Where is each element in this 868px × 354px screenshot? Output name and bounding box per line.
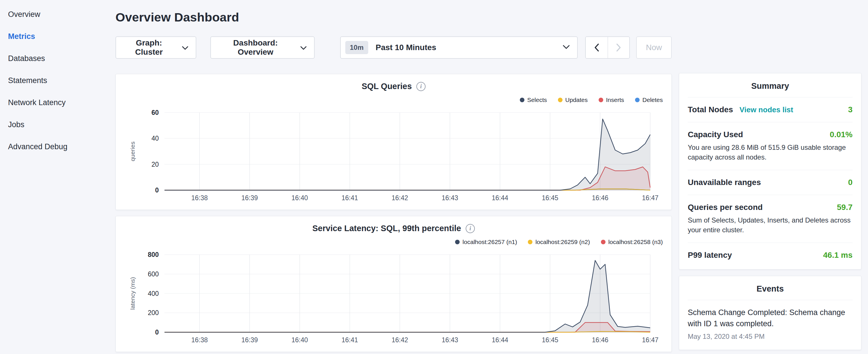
legend-item[interactable]: localhost:26258 (n3) (601, 238, 663, 246)
chart-legend: localhost:26257 (n1)localhost:26259 (n2)… (124, 237, 663, 247)
legend-item[interactable]: Selects (520, 97, 547, 103)
summary-row-total-nodes: Total Nodes View nodes list 3 (688, 97, 852, 122)
sql-queries-chart: 16:3816:3916:4016:4116:4216:4316:4416:45… (124, 106, 663, 204)
svg-text:0: 0 (155, 328, 159, 336)
chart-title: SQL Queries i (362, 82, 426, 91)
svg-text:0: 0 (155, 187, 159, 194)
summary-label: Total Nodes (688, 105, 733, 114)
svg-text:16:44: 16:44 (492, 336, 508, 344)
legend-label: localhost:26259 (n2) (535, 238, 590, 246)
events-panel: Events Schema Change Completed: Schema c… (679, 276, 861, 350)
time-next-button[interactable] (608, 37, 629, 58)
sidebar-item-network-latency[interactable]: Network Latency (0, 92, 114, 114)
svg-text:400: 400 (148, 290, 159, 297)
event-item[interactable]: Schema Change Completed: Schema change w… (688, 300, 852, 348)
time-range-badge: 10m (345, 41, 368, 54)
svg-text:20: 20 (151, 161, 159, 168)
svg-text:60: 60 (151, 109, 159, 116)
chevron-down-icon (182, 43, 188, 52)
event-message: Schema Change Completed: Schema change w… (688, 307, 852, 329)
legend-item[interactable]: localhost:26257 (n1) (455, 238, 517, 246)
svg-text:16:41: 16:41 (342, 336, 358, 344)
sidebar-item-databases[interactable]: Databases (0, 47, 114, 70)
chevron-down-icon (563, 45, 570, 50)
svg-text:800: 800 (148, 251, 159, 258)
page-title: Overview Dashboard (116, 10, 672, 24)
svg-text:queries: queries (129, 141, 136, 161)
svg-text:16:39: 16:39 (241, 194, 258, 202)
legend-dot-icon (558, 98, 562, 102)
summary-description: You are using 28.6 MiB of 515.9 GiB usab… (688, 142, 852, 162)
time-pager (585, 36, 630, 59)
sidebar-item-jobs[interactable]: Jobs (0, 114, 114, 136)
dashboard-dropdown[interactable]: Dashboard: Overview (210, 36, 315, 59)
svg-text:16:44: 16:44 (492, 194, 508, 202)
legend-label: Updates (565, 97, 588, 103)
chart-header: Service Latency: SQL, 99th percentile i (124, 224, 663, 236)
legend-dot-icon (599, 98, 603, 102)
sidebar-item-overview[interactable]: Overview (0, 3, 114, 26)
svg-text:16:39: 16:39 (241, 336, 258, 344)
svg-text:16:38: 16:38 (191, 194, 208, 202)
summary-row-unavailable-ranges: Unavailable ranges 0 (688, 170, 852, 195)
legend-dot-icon (455, 240, 460, 244)
chart-header: SQL Queries i (124, 82, 663, 94)
summary-value: 46.1 ms (823, 251, 852, 260)
summary-value: 3 (848, 105, 852, 114)
legend-dot-icon (601, 240, 606, 244)
chart-title: Service Latency: SQL, 99th percentile i (312, 224, 475, 233)
summary-label: P99 latency (688, 251, 732, 260)
summary-row-capacity-used: Capacity Used 0.01% You are using 28.6 M… (688, 122, 852, 170)
legend-label: localhost:26258 (n3) (608, 238, 663, 246)
summary-label: Capacity Used (688, 130, 743, 139)
graph-dropdown-label: Graph: Cluster (124, 38, 175, 57)
right-column: Summary Total Nodes View nodes list 3 Ca… (679, 73, 861, 350)
legend-label: Inserts (606, 97, 624, 103)
info-icon[interactable]: i (466, 224, 475, 233)
summary-panel: Summary Total Nodes View nodes list 3 Ca… (679, 73, 861, 269)
dashboard-dropdown-label: Dashboard: Overview (218, 38, 293, 57)
svg-text:600: 600 (148, 270, 159, 278)
svg-text:200: 200 (148, 309, 159, 317)
chart-title-text: Service Latency: SQL, 99th percentile (312, 224, 461, 233)
sidebar-item-metrics[interactable]: Metrics (0, 26, 114, 47)
legend-item[interactable]: Inserts (599, 97, 624, 103)
service-latency-chart: 16:3816:3916:4016:4116:4216:4316:4416:45… (124, 248, 663, 347)
legend-item[interactable]: Updates (558, 97, 588, 103)
svg-text:40: 40 (151, 135, 159, 142)
graph-dropdown[interactable]: Graph: Cluster (116, 36, 196, 59)
svg-text:latency (ms): latency (ms) (129, 277, 136, 310)
sql-queries-chart-card: SQL Queries i SelectsUpdatesInsertsDelet… (116, 74, 672, 210)
summary-value: 0.01% (830, 130, 852, 139)
svg-text:16:47: 16:47 (642, 194, 658, 202)
svg-text:16:47: 16:47 (642, 336, 658, 344)
svg-text:16:38: 16:38 (191, 336, 208, 344)
sidebar-item-advanced-debug[interactable]: Advanced Debug (0, 136, 114, 158)
summary-value: 59.7 (837, 203, 853, 212)
svg-text:16:46: 16:46 (592, 336, 608, 344)
legend-dot-icon (528, 240, 532, 244)
chart-title-text: SQL Queries (362, 82, 412, 91)
sidebar: Overview Metrics Databases Statements Ne… (0, 0, 114, 158)
time-range-dropdown[interactable]: 10m Past 10 Minutes (340, 36, 578, 59)
summary-label: Queries per second (688, 203, 763, 212)
svg-text:16:43: 16:43 (442, 336, 458, 344)
svg-text:16:40: 16:40 (291, 194, 308, 202)
legend-item[interactable]: localhost:26259 (n2) (528, 238, 590, 246)
summary-label: Unavailable ranges (688, 178, 761, 187)
legend-label: Deletes (643, 97, 663, 103)
view-nodes-link[interactable]: View nodes list (740, 105, 793, 114)
time-range-label: Past 10 Minutes (376, 43, 556, 52)
legend-dot-icon (520, 98, 524, 102)
legend-label: Selects (527, 97, 547, 103)
svg-text:16:45: 16:45 (542, 194, 559, 202)
info-icon[interactable]: i (416, 82, 426, 91)
events-title: Events (688, 276, 852, 300)
time-prev-button[interactable] (586, 37, 608, 58)
event-timestamp: May 13, 2020 at 4:45 PM (688, 332, 852, 341)
sidebar-item-statements[interactable]: Statements (0, 70, 114, 92)
now-button[interactable]: Now (636, 36, 672, 59)
legend-item[interactable]: Deletes (635, 97, 663, 103)
svg-text:16:43: 16:43 (442, 194, 458, 202)
summary-value: 0 (848, 178, 852, 187)
